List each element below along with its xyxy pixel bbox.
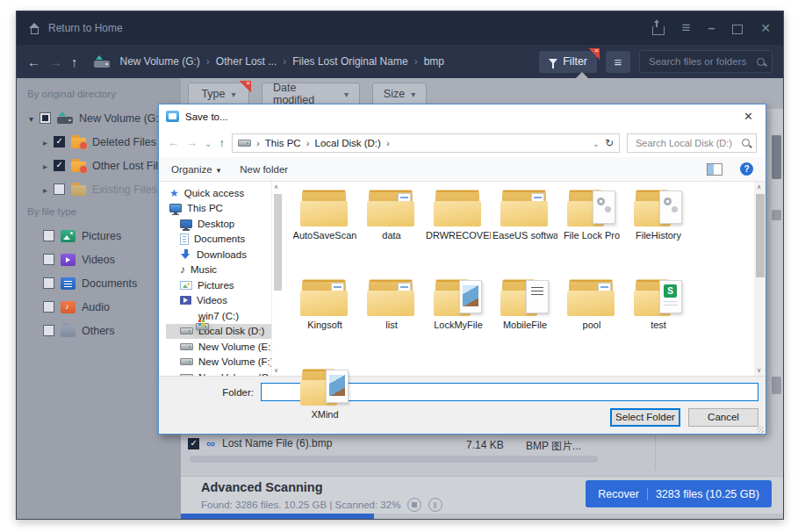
folder-item-kingsoft[interactable]: Kingsoft <box>291 277 358 366</box>
scrollbar-thumb[interactable] <box>274 194 282 291</box>
tree-item-documents[interactable]: Documents <box>166 232 271 248</box>
maximize-button[interactable] <box>732 25 743 34</box>
view-mode-icon[interactable] <box>707 163 723 176</box>
expand-icon[interactable] <box>43 160 47 172</box>
breadcrumb-item[interactable]: Other Lost ... <box>216 55 277 68</box>
scrollbar-thumb[interactable] <box>772 135 781 179</box>
folder-item-filehistory[interactable]: FileHistory <box>625 187 692 277</box>
checkbox-checked[interactable] <box>188 438 199 449</box>
filter-chip-size[interactable]: Size <box>372 83 427 105</box>
back-arrow-icon[interactable]: ← <box>27 55 40 68</box>
filter-chip-type[interactable]: Type <box>188 83 249 105</box>
checkbox-unchecked[interactable] <box>43 301 54 313</box>
tree-item-this-pc[interactable]: This PC <box>166 201 271 217</box>
tree-item-music[interactable]: Music <box>166 262 271 278</box>
checkbox-unchecked[interactable] <box>43 277 54 289</box>
sidebar-item-pictures[interactable]: Pictures <box>17 224 181 248</box>
breadcrumb-item[interactable]: Files Lost Original Name <box>292 55 407 68</box>
view-list-button[interactable]: ≡ <box>606 51 630 73</box>
folder-item-list[interactable]: list <box>358 277 425 366</box>
expand-icon[interactable] <box>43 183 47 196</box>
forward-arrow-icon[interactable]: → <box>186 136 198 149</box>
folder-item-data[interactable]: data <box>358 187 425 277</box>
minimize-button[interactable] <box>708 22 715 34</box>
folder-item-test[interactable]: test <box>625 277 692 366</box>
export-icon[interactable] <box>652 26 665 35</box>
back-arrow-icon[interactable]: ← <box>168 136 179 149</box>
horizontal-scrollbar[interactable] <box>190 456 598 463</box>
checkbox-partial[interactable] <box>40 112 51 124</box>
history-chevron-icon[interactable] <box>205 138 212 148</box>
tree-item-videos[interactable]: Videos <box>166 293 271 309</box>
search-icon[interactable] <box>742 139 750 147</box>
checkbox-checked[interactable] <box>54 136 65 147</box>
expand-open-icon[interactable] <box>29 112 33 125</box>
folder-name: list <box>385 320 397 330</box>
refresh-icon[interactable] <box>605 137 614 149</box>
cancel-button[interactable]: Cancel <box>688 408 758 427</box>
tree-item-win7-c[interactable]: win7 (C:) <box>166 308 271 324</box>
return-home-button[interactable]: Return to Home <box>29 22 123 34</box>
folder-item-file-lock-pro[interactable]: File Lock Pro <box>558 187 625 277</box>
sidebar-item-existing-files[interactable]: Existing Files <box>17 177 181 201</box>
tree-item-local-disk-d[interactable]: Local Disk (D:) <box>166 324 271 340</box>
tree-item-new-volume-g[interactable]: New Volume (G:) <box>166 370 271 376</box>
pause-scan-button[interactable] <box>428 498 442 512</box>
tree-item-desktop[interactable]: Desktop <box>166 216 271 232</box>
tree-item-pictures[interactable]: Pictures <box>166 277 271 293</box>
breadcrumb-item[interactable]: bmp <box>424 55 444 68</box>
organize-menu[interactable]: Organize <box>171 164 220 175</box>
sidebar-item-others[interactable]: Others 2 <box>17 319 181 342</box>
folder-item-autosavescan[interactable]: AutoSaveScan <box>291 187 358 277</box>
folder-item-pool[interactable]: pool <box>558 277 625 366</box>
new-folder-button[interactable]: New folder <box>240 164 288 175</box>
menu-icon[interactable] <box>682 22 691 34</box>
search-input[interactable] <box>647 55 751 68</box>
tree-scrollbar[interactable] <box>271 182 283 376</box>
folder-item-easeus-software[interactable]: EaseUS software <box>492 187 558 277</box>
sidebar-item-new-volume-g[interactable]: New Volume (G:) <box>17 106 181 130</box>
checkbox-unchecked[interactable] <box>43 254 54 265</box>
sidebar-item-deleted-files[interactable]: Deleted Files <box>17 130 181 154</box>
dialog-search-input[interactable] <box>634 137 737 149</box>
drive-icon <box>180 358 193 365</box>
address-crumb[interactable]: Local Disk (D:) <box>314 138 380 148</box>
checkbox-unchecked[interactable] <box>54 183 65 195</box>
scrollbar-thumb[interactable] <box>756 194 765 277</box>
resize-grip[interactable] <box>757 426 764 433</box>
sidebar-item-documents[interactable]: Documents <box>17 271 181 295</box>
sidebar-item-audio[interactable]: Audio <box>17 295 181 319</box>
recover-button[interactable]: Recover 3283 files (10.25 GB) <box>586 480 772 507</box>
filter-badge[interactable] <box>588 48 600 60</box>
dialog-close-button[interactable] <box>738 110 758 123</box>
type-filter-badge[interactable] <box>240 81 251 92</box>
tree-item-new-volume-e[interactable]: New Volume (E:) <box>166 339 271 355</box>
stop-scan-button[interactable] <box>407 498 421 512</box>
tree-item-quick-access[interactable]: Quick access <box>166 185 271 201</box>
search-icon[interactable] <box>757 58 765 66</box>
breadcrumb-item[interactable]: New Volume (G:) <box>120 55 200 68</box>
grid-scrollbar[interactable] <box>754 182 766 376</box>
sidebar-item-other-lost-files[interactable]: Other Lost Files <box>17 154 181 177</box>
checkbox-unchecked[interactable] <box>43 325 54 336</box>
up-arrow-icon[interactable]: ↑ <box>219 136 225 149</box>
filter-button[interactable]: Filter <box>539 51 597 73</box>
tree-item-downloads[interactable]: Downloads <box>166 247 271 262</box>
address-dropdown-icon[interactable] <box>593 138 600 148</box>
folder-item-drwrecover[interactable]: DRWRECOVER <box>425 187 492 277</box>
up-arrow-icon[interactable]: ↑ <box>71 55 78 68</box>
tree-item-new-volume-f[interactable]: New Volume (F:) <box>166 355 271 370</box>
expand-icon[interactable] <box>43 136 47 148</box>
help-icon[interactable] <box>740 162 753 176</box>
filter-chip-date-modified[interactable]: Date modified <box>262 83 360 105</box>
folder-item-mobilefile[interactable]: MobileFile <box>492 277 558 366</box>
close-button[interactable] <box>760 22 771 34</box>
sidebar-item-videos[interactable]: Videos <box>17 248 181 271</box>
select-folder-button[interactable]: Select Folder <box>610 408 680 427</box>
forward-arrow-icon[interactable]: → <box>49 55 62 68</box>
address-crumb[interactable]: This PC <box>265 138 301 148</box>
checkbox-checked[interactable] <box>54 160 65 171</box>
address-bar[interactable]: This PC Local Disk (D:) <box>232 133 620 153</box>
folder-item-lockmyfile[interactable]: LockMyFile <box>425 277 492 366</box>
checkbox-unchecked[interactable] <box>43 230 54 241</box>
